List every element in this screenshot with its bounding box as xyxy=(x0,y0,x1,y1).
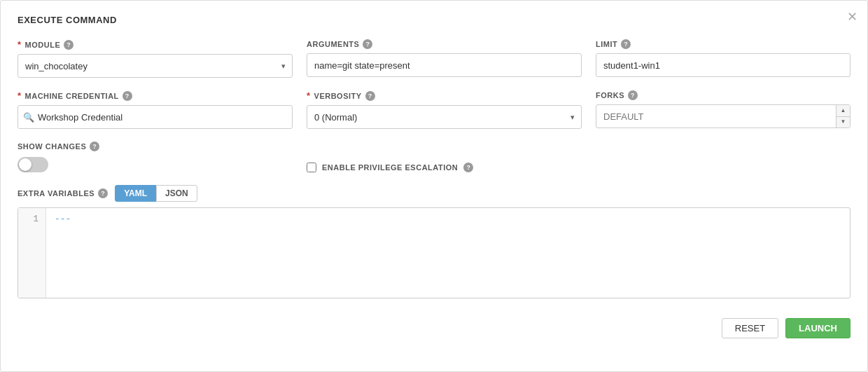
line-numbers: 1 xyxy=(18,208,46,298)
verbosity-select-wrapper: 0 (Normal) 1 (Verbose) 2 (More Verbose) … xyxy=(307,105,582,129)
modal-title: EXECUTE COMMAND xyxy=(18,15,850,25)
json-toggle-button[interactable]: JSON xyxy=(156,185,197,202)
forks-spinner-buttons: ▲ ▼ xyxy=(836,105,850,128)
forks-input[interactable] xyxy=(596,104,850,128)
extra-variables-help-icon[interactable]: ? xyxy=(98,188,108,198)
forks-label: FORKS ? xyxy=(596,90,850,100)
extra-variables-header: EXTRA VARIABLES ? YAML JSON xyxy=(18,185,850,202)
toggle-track xyxy=(18,157,48,172)
credential-input[interactable] xyxy=(18,105,293,129)
limit-label: LIMIT ? xyxy=(596,39,850,49)
code-content[interactable]: --- xyxy=(46,208,850,298)
credential-group: * MACHINE CREDENTIAL ? 🔍 xyxy=(18,90,293,129)
arguments-group: ARGUMENTS ? xyxy=(307,39,582,78)
privilege-help-icon[interactable]: ? xyxy=(463,163,473,172)
credential-input-wrapper: 🔍 xyxy=(18,105,293,129)
credential-required-star: * xyxy=(18,90,22,101)
close-button[interactable]: ✕ xyxy=(847,11,858,23)
verbosity-required-star: * xyxy=(307,90,311,101)
forks-help-icon[interactable]: ? xyxy=(628,90,638,100)
launch-button[interactable]: LAUNCH xyxy=(785,318,850,338)
arguments-input[interactable] xyxy=(307,53,582,77)
limit-input[interactable] xyxy=(596,53,850,77)
forks-group: FORKS ? ▲ ▼ xyxy=(596,90,850,129)
privilege-escalation-checkbox[interactable] xyxy=(307,163,316,172)
verbosity-help-icon[interactable]: ? xyxy=(365,91,375,101)
footer-row: RESET LAUNCH xyxy=(18,310,850,338)
module-select-wrapper: win_chocolatey ▾ xyxy=(18,54,293,78)
credential-label: * MACHINE CREDENTIAL ? xyxy=(18,90,293,101)
verbosity-select[interactable]: 0 (Normal) 1 (Verbose) 2 (More Verbose) … xyxy=(307,105,582,129)
limit-group: LIMIT ? xyxy=(596,39,850,78)
arguments-label: ARGUMENTS ? xyxy=(307,39,582,49)
forks-decrement-button[interactable]: ▼ xyxy=(836,117,850,128)
reset-button[interactable]: RESET xyxy=(722,318,778,338)
verbosity-label: * VERBOSITY ? xyxy=(307,90,582,101)
module-label: * MODULE ? xyxy=(18,39,293,50)
module-group: * MODULE ? win_chocolatey ▾ xyxy=(18,39,293,78)
forks-increment-button[interactable]: ▲ xyxy=(836,105,850,117)
row-1: * MODULE ? win_chocolatey ▾ ARGUMENTS ? … xyxy=(18,39,850,78)
row-3: SHOW CHANGES ? ENABLE PRIVILEGE ESCALATI… xyxy=(18,142,850,172)
module-required-star: * xyxy=(18,39,22,50)
execute-command-modal: EXECUTE COMMAND ✕ * MODULE ? win_chocola… xyxy=(0,0,868,372)
extra-variables-format-toggle: YAML JSON xyxy=(115,185,197,202)
module-help-icon[interactable]: ? xyxy=(64,40,74,50)
extra-variables-label: EXTRA VARIABLES ? xyxy=(18,188,108,198)
verbosity-group: * VERBOSITY ? 0 (Normal) 1 (Verbose) 2 (… xyxy=(307,90,582,129)
credential-search-icon: 🔍 xyxy=(23,112,34,123)
show-changes-toggle[interactable] xyxy=(18,157,48,172)
privilege-group: ENABLE PRIVILEGE ESCALATION ? xyxy=(307,142,582,172)
limit-help-icon[interactable]: ? xyxy=(621,39,631,49)
row-2: * MACHINE CREDENTIAL ? 🔍 * VERBOSITY ? 0… xyxy=(18,90,850,129)
show-changes-group: SHOW CHANGES ? xyxy=(18,142,293,172)
code-editor: 1 --- xyxy=(18,207,850,298)
yaml-toggle-button[interactable]: YAML xyxy=(115,185,156,202)
toggle-thumb xyxy=(19,158,31,171)
show-changes-help-icon[interactable]: ? xyxy=(90,142,99,151)
forks-spinner-wrapper: ▲ ▼ xyxy=(596,104,850,128)
show-changes-label: SHOW CHANGES ? xyxy=(18,142,293,151)
extra-variables-section: EXTRA VARIABLES ? YAML JSON 1 --- xyxy=(18,185,850,298)
privilege-checkbox-row: ENABLE PRIVILEGE ESCALATION ? xyxy=(307,163,582,172)
module-select[interactable]: win_chocolatey xyxy=(18,54,293,78)
arguments-help-icon[interactable]: ? xyxy=(363,39,372,49)
credential-help-icon[interactable]: ? xyxy=(122,91,132,101)
